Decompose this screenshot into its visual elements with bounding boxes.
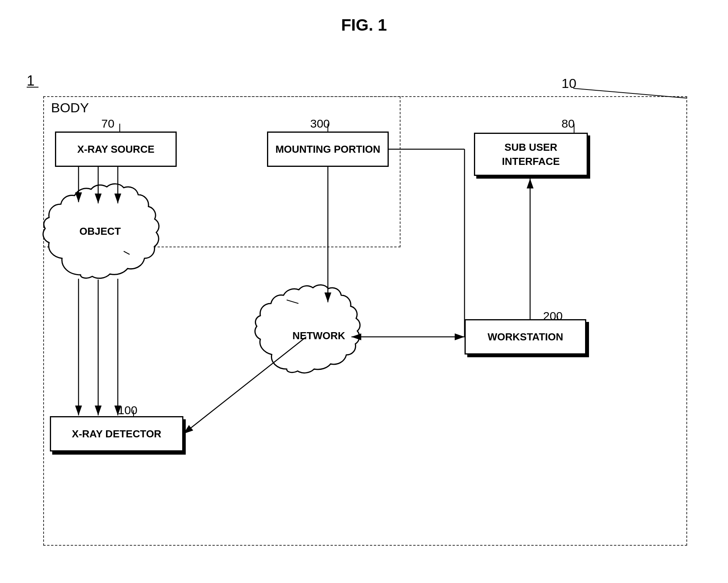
ref-label-300: 300 <box>310 117 330 130</box>
xray-source-box: X-RAY SOURCE <box>55 132 177 167</box>
workstation-box: WORKSTATION <box>465 319 586 355</box>
sub-ui-label: SUB USER INTERFACE <box>502 140 560 169</box>
xray-detector-label: X-RAY DETECTOR <box>72 428 161 440</box>
ref-label-ob: ob <box>130 250 142 263</box>
mounting-portion-label: MOUNTING PORTION <box>275 143 380 155</box>
sub-user-interface-box: SUB USER INTERFACE <box>474 133 588 176</box>
figure-title: FIG. 1 <box>341 16 387 35</box>
workstation-label: WORKSTATION <box>488 331 563 343</box>
ref-label-400: 400 <box>272 293 292 307</box>
xray-source-label: X-RAY SOURCE <box>77 143 155 155</box>
ref-1-underline <box>27 87 38 88</box>
ref-label-80: 80 <box>562 117 574 130</box>
ref-label-10: 10 <box>562 76 576 91</box>
xray-detector-box: X-RAY DETECTOR <box>50 416 183 451</box>
mounting-portion-box: MOUNTING PORTION <box>267 132 389 167</box>
body-label: BODY <box>51 100 89 115</box>
ref-label-70: 70 <box>101 117 114 130</box>
page-container: FIG. 1 1 10 BODY 70 X-RAY SOURCE 300 MOU… <box>0 0 728 583</box>
body-box <box>43 96 401 247</box>
ref-label-100: 100 <box>118 404 137 417</box>
